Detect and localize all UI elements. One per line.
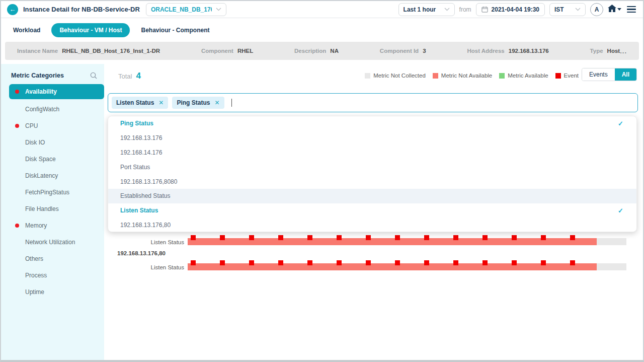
- event-marker-icon[interactable]: [424, 235, 429, 240]
- tab[interactable]: Behaviour - VM / Host: [51, 23, 130, 37]
- event-marker-icon[interactable]: [512, 260, 517, 265]
- alert-dot-icon: [15, 124, 19, 128]
- event-marker-icon[interactable]: [541, 260, 546, 265]
- event-marker-icon[interactable]: [541, 235, 546, 240]
- sidebar-item[interactable]: Uptime: [1, 283, 104, 300]
- timeline-metric-label: Listen Status: [108, 263, 184, 270]
- legend-swatch: [499, 73, 505, 79]
- event-marker-icon[interactable]: [424, 260, 429, 265]
- chip-remove-icon[interactable]: ✕: [158, 99, 164, 106]
- timeline-bar[interactable]: [188, 263, 626, 270]
- filter-chip-label: Listen Status: [116, 99, 154, 106]
- chip-remove-icon[interactable]: ✕: [214, 99, 219, 106]
- events-all-toggle: EventsAll: [582, 68, 637, 81]
- sidebar-item[interactable]: Network Utilization: [1, 234, 104, 250]
- sidebar-item[interactable]: Disk Space: [1, 151, 104, 167]
- sidebar-item-label: Process: [25, 272, 47, 279]
- chevron-down-icon: [575, 8, 581, 11]
- hamburger-menu-icon[interactable]: [626, 5, 637, 14]
- sidebar-item[interactable]: Process: [1, 267, 104, 283]
- timezone-dropdown[interactable]: IST: [549, 3, 586, 16]
- dropdown-option[interactable]: Established Status ✓: [108, 189, 636, 203]
- header-right-controls: Last 1 hour from 2021-04-04 19:30 IST A: [398, 3, 637, 16]
- event-marker-icon[interactable]: [307, 260, 312, 265]
- event-marker-icon[interactable]: [570, 260, 575, 265]
- back-button[interactable]: ←: [7, 4, 18, 15]
- info-field: Type Host: [590, 48, 620, 54]
- sidebar-item[interactable]: Availability: [9, 84, 104, 99]
- event-marker-icon[interactable]: [395, 235, 400, 240]
- event-marker-icon[interactable]: [482, 260, 488, 265]
- info-field-value: 3: [423, 48, 426, 54]
- dropdown-option-label: 192.168.13.176,80: [120, 222, 171, 229]
- timezone-value: IST: [554, 6, 564, 13]
- total-label: Total: [118, 73, 132, 80]
- user-avatar[interactable]: A: [590, 3, 603, 16]
- sidebar-item[interactable]: DiskLatency: [1, 167, 104, 184]
- event-marker-icon[interactable]: [220, 235, 225, 240]
- sidebar-item[interactable]: File Handles: [1, 200, 104, 217]
- dropdown-option-label: Port Status: [120, 164, 150, 171]
- dropdown-option[interactable]: Listen Status ✓: [108, 203, 636, 218]
- event-marker-icon[interactable]: [395, 260, 400, 265]
- sidebar-item[interactable]: CPU: [1, 117, 104, 134]
- event-marker-icon[interactable]: [366, 235, 371, 240]
- event-marker-icon[interactable]: [249, 260, 254, 265]
- info-field-value: RHEL_NB_DB_Host_176_Inst_1-DR: [62, 48, 160, 54]
- event-marker-icon[interactable]: [337, 235, 342, 240]
- event-marker-icon[interactable]: [220, 260, 225, 265]
- checkmark-icon: ✓: [618, 120, 623, 127]
- event-marker-icon[interactable]: [366, 260, 371, 265]
- tab[interactable]: Behaviour - Component: [141, 27, 209, 34]
- legend-item: Metric Available: [499, 73, 548, 79]
- chevron-down-icon: [444, 8, 450, 11]
- filter-chip[interactable]: Listen Status ✕: [112, 97, 168, 109]
- info-field: Component Id 3: [380, 48, 426, 54]
- event-marker-icon[interactable]: [453, 260, 458, 265]
- event-marker-icon[interactable]: [307, 235, 312, 240]
- dropdown-option[interactable]: 192.168.13.176,80 ✓: [108, 218, 636, 232]
- filter-chip[interactable]: Ping Status ✕: [172, 97, 224, 109]
- calendar-icon: [481, 6, 488, 13]
- sidebar-item-label: File Handles: [25, 205, 59, 212]
- instance-dropdown[interactable]: ORACLE_NB_DB_176_I...: [146, 3, 226, 16]
- sidebar-item[interactable]: Disk IO: [1, 134, 104, 151]
- sidebar-item[interactable]: Others: [1, 250, 104, 267]
- metric-filter-input[interactable]: Listen Status ✕ Ping Status ✕: [108, 93, 638, 112]
- event-marker-icon[interactable]: [278, 235, 283, 240]
- more-options-button[interactable]: ...: [620, 47, 627, 55]
- sidebar-item-label: Disk Space: [25, 156, 56, 163]
- dropdown-option[interactable]: Ping Status ✓: [108, 116, 636, 131]
- datetime-picker[interactable]: 2021-04-04 19:30: [476, 3, 545, 16]
- toggle-segment[interactable]: All: [615, 68, 636, 81]
- sidebar-item[interactable]: ConfigWatch: [1, 101, 104, 117]
- dropdown-option[interactable]: 192.168.13.176 ✓: [108, 131, 636, 146]
- event-marker-icon[interactable]: [512, 235, 517, 240]
- dropdown-option[interactable]: 192.168.13.176,8080 ✓: [108, 174, 636, 189]
- event-marker-icon[interactable]: [453, 235, 458, 240]
- event-marker-icon[interactable]: [191, 260, 196, 265]
- tab[interactable]: Workload: [13, 27, 40, 34]
- back-arrow-icon: ←: [10, 6, 16, 13]
- dropdown-option[interactable]: Port Status ✓: [108, 160, 636, 174]
- instance-info-bar: Instance Name RHEL_NB_DB_Host_176_Inst_1…: [5, 42, 639, 60]
- info-field-value: Host: [607, 48, 620, 54]
- alert-dot-icon: [15, 224, 19, 228]
- metric-select-dropdown: Ping Status ✓ 192.168.13.176 ✓ 192.168.1…: [108, 116, 637, 232]
- event-marker-icon[interactable]: [337, 260, 342, 265]
- legend-item: Metric Not Collected: [365, 73, 426, 79]
- event-marker-icon[interactable]: [191, 235, 196, 240]
- search-icon[interactable]: [90, 72, 97, 79]
- dropdown-option[interactable]: 192.168.14.176 ✓: [108, 146, 636, 160]
- event-marker-icon[interactable]: [278, 260, 283, 265]
- legend-item: Event: [555, 73, 579, 79]
- sidebar-item[interactable]: Memory: [1, 217, 104, 234]
- timeline-bar[interactable]: [188, 238, 626, 245]
- event-marker-icon[interactable]: [482, 235, 488, 240]
- toggle-segment[interactable]: Events: [582, 68, 615, 81]
- time-range-dropdown[interactable]: Last 1 hour: [398, 3, 455, 16]
- event-marker-icon[interactable]: [570, 235, 575, 240]
- event-marker-icon[interactable]: [249, 235, 254, 240]
- home-menu[interactable]: [608, 5, 621, 14]
- sidebar-item[interactable]: FetchPingStatus: [1, 184, 104, 200]
